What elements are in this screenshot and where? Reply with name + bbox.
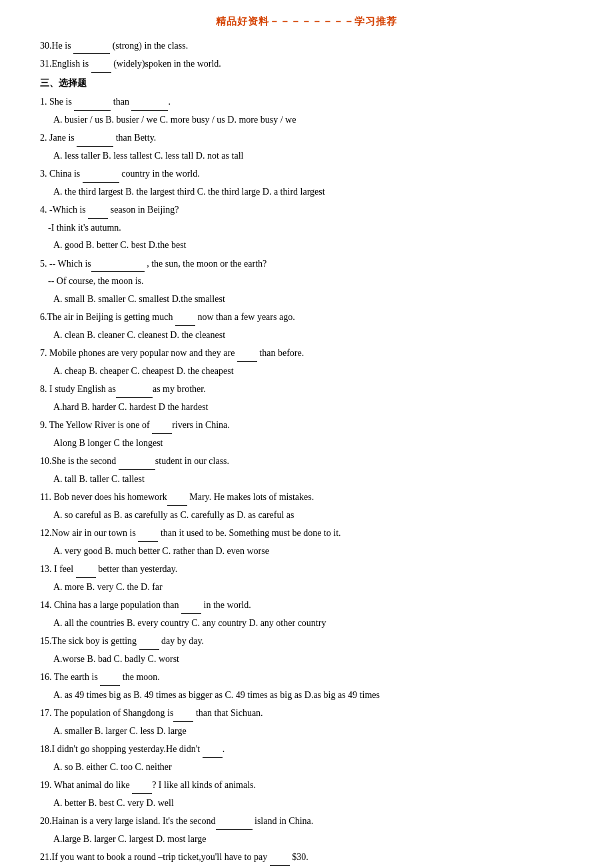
blank-4 xyxy=(88,201,108,219)
page-header: 精品好资料－－－－－－－－学习推荐 xyxy=(40,13,573,31)
blank-30 xyxy=(73,37,110,55)
options-9: Along B longer C the longest xyxy=(53,435,573,452)
blank-1b xyxy=(131,93,168,111)
blank-1a xyxy=(74,93,111,111)
question-16: 16. The earth is the moon. xyxy=(40,669,573,686)
options-2: A. less taller B. less tallest C. less t… xyxy=(53,148,573,165)
question-5-sub: -- Of course, the moon is. xyxy=(48,273,573,290)
blank-11 xyxy=(167,489,187,506)
question-4-sub: -I think it's autumn. xyxy=(48,220,573,237)
question-14: 14. China has a large population than in… xyxy=(40,597,573,614)
blank-13 xyxy=(76,561,96,578)
blank-9 xyxy=(152,417,172,434)
blank-5 xyxy=(91,255,145,273)
options-14: A. all the countries B. every country C.… xyxy=(53,615,573,632)
question-8: 8. I study English as as my brother. xyxy=(40,381,573,398)
question-9: 9. The Yellow River is one of rivers in … xyxy=(40,417,573,434)
options-12: A. very good B. much better C. rather th… xyxy=(53,543,573,560)
question-7: 7. Mobile phones are very popular now an… xyxy=(40,345,573,362)
blank-10 xyxy=(119,453,155,470)
question-3: 3. China is country in the world. xyxy=(40,165,573,183)
question-5: 5. -- Which is , the sun, the moon or th… xyxy=(40,255,573,273)
question-1: 1. She is than . xyxy=(40,93,573,111)
question-13: 13. I feel better than yesterday. xyxy=(40,561,573,578)
options-16: A. as 49 times big as B. 49 times as big… xyxy=(53,687,573,704)
options-15: A.worse B. bad C. badly C. worst xyxy=(53,651,573,668)
options-11: A. so careful as B. as carefully as C. c… xyxy=(53,507,573,524)
blank-18 xyxy=(203,741,223,758)
blank-7 xyxy=(237,345,257,362)
options-1: A. busier / us B. busier / we C. more bu… xyxy=(53,112,573,129)
question-4: 4. -Which is season in Beijing? xyxy=(40,201,573,219)
blank-20 xyxy=(216,813,253,830)
blank-15 xyxy=(139,633,159,650)
blank-2 xyxy=(77,129,113,147)
blank-8 xyxy=(116,381,153,398)
blank-19 xyxy=(132,777,152,794)
question-20: 20.Hainan is a very large island. It's t… xyxy=(40,813,573,830)
question-17: 17. The population of Shangdong is than … xyxy=(40,705,573,722)
question-19: 19. What animal do like ? I like all kin… xyxy=(40,777,573,794)
blank-14 xyxy=(181,597,201,614)
question-2: 2. Jane is than Betty. xyxy=(40,129,573,147)
options-10: A. tall B. taller C. tallest xyxy=(53,471,573,488)
options-6: A. clean B. cleaner C. cleanest D. the c… xyxy=(53,327,573,344)
question-31: 31.English is (widely)spoken in the worl… xyxy=(40,55,573,73)
question-12: 12.Now air in our town is than it used t… xyxy=(40,525,573,542)
question-11: 11. Bob never does his homework Mary. He… xyxy=(40,489,573,506)
options-13: A. more B. very C. the D. far xyxy=(53,579,573,596)
question-21: 21.If you want to book a round –trip tic… xyxy=(40,849,573,866)
options-18: A. so B. either C. too C. neither xyxy=(53,759,573,776)
options-8: A.hard B. harder C. hardest D the hardes… xyxy=(53,399,573,416)
options-17: A. smaller B. larger C. less D. large xyxy=(53,723,573,740)
blank-21 xyxy=(270,849,290,866)
blank-6 xyxy=(175,309,195,326)
options-3: A. the third largest B. the largest thir… xyxy=(53,184,573,201)
options-5: A. small B. smaller C. smallest D.the sm… xyxy=(53,291,573,308)
options-4: A. good B. better C. best D.the best xyxy=(53,237,573,254)
question-30: 30.He is (strong) in the class. xyxy=(40,37,573,55)
question-15: 15.The sick boy is getting day by day. xyxy=(40,633,573,650)
question-6: 6.The air in Beijing is getting much now… xyxy=(40,309,573,326)
blank-12 xyxy=(138,525,158,542)
blank-16 xyxy=(100,669,120,686)
blank-3 xyxy=(83,165,119,183)
options-7: A. cheap B. cheaper C. cheapest D. the c… xyxy=(53,363,573,380)
blank-17 xyxy=(173,705,193,722)
question-10: 10.She is the second student in our clas… xyxy=(40,453,573,470)
question-18: 18.I didn't go shopping yesterday.He did… xyxy=(40,741,573,758)
blank-31 xyxy=(91,55,111,73)
section-title: 三、选择题 xyxy=(40,75,573,91)
options-19: A. better B. best C. very D. well xyxy=(53,795,573,812)
options-20: A.large B. larger C. largest D. most lar… xyxy=(53,831,573,848)
